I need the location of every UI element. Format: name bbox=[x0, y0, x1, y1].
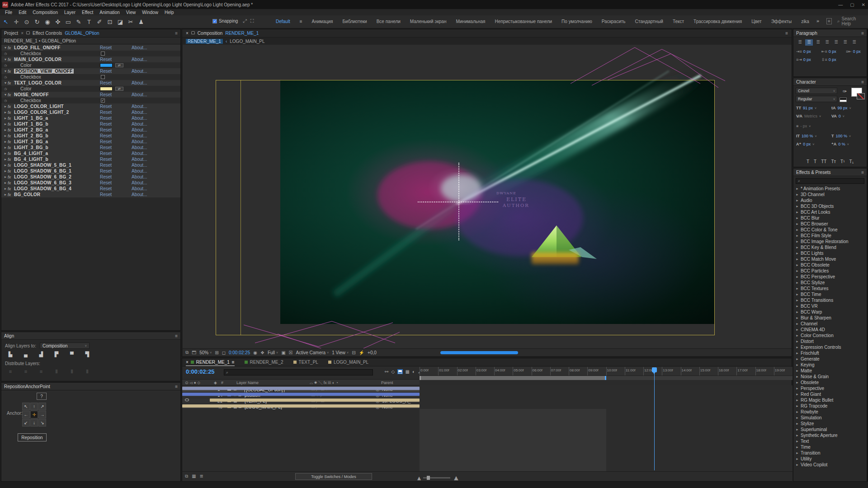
anchor-direction-button[interactable]: ↙ bbox=[22, 419, 30, 427]
tool-icon[interactable]: ⊙ bbox=[24, 19, 30, 25]
font-style-dropdown[interactable]: Regular˅ bbox=[796, 96, 837, 102]
expander-arrow-icon[interactable]: ► bbox=[796, 457, 799, 460]
workspace-tab[interactable]: ≡ bbox=[300, 19, 302, 24]
effect-name[interactable]: LOGO_SHADOW_6_BG_4 bbox=[14, 186, 71, 191]
expander-arrow-icon[interactable]: ► bbox=[796, 246, 799, 249]
indent-right-value[interactable]: 0 px bbox=[853, 49, 861, 54]
effect-name[interactable]: LOGO_COLOR_LIGHT_2 bbox=[14, 110, 69, 115]
timeline-search-input[interactable]: ⌕ bbox=[224, 369, 373, 375]
indent-left-value[interactable]: 0 px bbox=[803, 49, 811, 54]
expander-arrow-icon[interactable]: ► bbox=[796, 205, 799, 208]
effects-category-row[interactable]: ► 3D Channel bbox=[793, 192, 867, 197]
reset-link[interactable]: Reset bbox=[100, 180, 112, 185]
minimize-button[interactable]: — bbox=[838, 2, 843, 7]
about-link[interactable]: About... bbox=[132, 57, 147, 62]
color-swatch[interactable] bbox=[100, 63, 113, 67]
menu-item[interactable]: Layer bbox=[61, 10, 79, 15]
camera-dropdown[interactable]: Active Camera˅ bbox=[296, 350, 329, 355]
about-link[interactable]: About... bbox=[132, 45, 147, 50]
effects-category-row[interactable]: ► RG Magic Bullet bbox=[793, 397, 867, 403]
effects-category-row[interactable]: ► BCC Art Looks bbox=[793, 209, 867, 215]
reposition-button[interactable]: Reposition bbox=[18, 433, 47, 441]
effects-category-row[interactable]: ► BCC VR bbox=[793, 303, 867, 309]
expander-arrow-icon[interactable]: ► bbox=[796, 375, 799, 378]
menu-item[interactable]: Effect bbox=[79, 10, 96, 15]
expander-arrow-icon[interactable]: ► bbox=[796, 252, 799, 255]
effects-category-row[interactable]: ► BCC Transitions bbox=[793, 297, 867, 303]
effects-category-row[interactable]: ► Audio bbox=[793, 197, 867, 203]
effects-category-row[interactable]: ► Channel bbox=[793, 321, 867, 327]
expander-arrow-icon[interactable]: ► bbox=[796, 446, 799, 449]
workspace-tab[interactable]: Эффекты bbox=[771, 19, 792, 24]
expander-arrow-icon[interactable]: ► bbox=[796, 416, 799, 419]
effect-name[interactable]: LIGHT_2_BG_a bbox=[14, 127, 48, 132]
expander-arrow-icon[interactable]: ► bbox=[796, 263, 799, 267]
reset-link[interactable]: Reset bbox=[100, 104, 112, 109]
tool-icon[interactable]: ↻ bbox=[34, 19, 40, 25]
timeline-tab[interactable]: LOGO_MAIN_PL bbox=[328, 360, 368, 365]
timeline-tab[interactable]: TEXT_PL bbox=[293, 360, 318, 365]
first-line-indent-value[interactable]: 0 px bbox=[803, 57, 811, 62]
space-after-value[interactable]: 0 px bbox=[829, 57, 836, 62]
effects-category-row[interactable]: ► BCC Particles bbox=[793, 268, 867, 274]
expander-arrow-icon[interactable]: ► bbox=[796, 428, 799, 431]
timeline-view-toggle-icon[interactable]: ▦ bbox=[192, 474, 196, 479]
effects-category-row[interactable]: ► Frischluft bbox=[793, 350, 867, 356]
expander-arrow-icon[interactable]: ► bbox=[796, 299, 799, 302]
panel-menu-icon[interactable]: ≡ bbox=[175, 384, 178, 389]
toggle-switches-modes-button[interactable]: Toggle Switches / Modes bbox=[295, 473, 372, 480]
expander-arrow-icon[interactable]: ▼ bbox=[3, 46, 8, 49]
layer-row[interactable]: ► 14 ★ ⊞ position ⌓ ☀ ╱ ◎ None ˅ bbox=[182, 392, 420, 398]
effects-category-row[interactable]: ► BCC Blur bbox=[793, 215, 867, 221]
workspace-tab[interactable]: Минимальная bbox=[456, 19, 485, 24]
tab-effect-controls[interactable]: Effect Controls bbox=[33, 31, 62, 36]
effect-name[interactable]: LIGHT_2_BG_b bbox=[14, 133, 48, 138]
workspace-tab[interactable]: Все панели bbox=[377, 19, 401, 24]
effects-category-row[interactable]: ► CINEMA 4D bbox=[793, 327, 867, 333]
eyedropper-icon[interactable]: ✑ bbox=[843, 89, 847, 94]
text-align-button[interactable]: ☰ bbox=[823, 39, 831, 46]
expander-arrow-icon[interactable]: ► bbox=[3, 134, 8, 137]
tool-icon[interactable]: T bbox=[86, 19, 92, 25]
effects-category-row[interactable]: ► Expression Controls bbox=[793, 344, 867, 350]
effects-category-row[interactable]: ► BCC Stylize bbox=[793, 280, 867, 286]
playhead-line[interactable] bbox=[654, 368, 655, 470]
reset-link[interactable]: Reset bbox=[100, 80, 112, 85]
expander-arrow-icon[interactable]: ► bbox=[796, 316, 799, 319]
about-link[interactable]: About... bbox=[132, 116, 147, 121]
effect-name[interactable]: LIGHT_3_BG_b bbox=[14, 145, 48, 150]
anchor-direction-button[interactable]: ↓ bbox=[30, 419, 38, 427]
expander-arrow-icon[interactable]: ► bbox=[3, 128, 8, 131]
expander-arrow-icon[interactable]: ► bbox=[796, 322, 799, 325]
effect-controls-target[interactable]: GLOBAL_OPtion bbox=[65, 31, 99, 36]
tsume-value[interactable]: - px bbox=[800, 124, 807, 128]
expander-arrow-icon[interactable]: ► bbox=[3, 187, 8, 190]
effect-name[interactable]: BG_4_LIGHT_b bbox=[14, 157, 48, 162]
fast-previews-icon[interactable]: ⚡ bbox=[359, 350, 364, 355]
effects-category-row[interactable]: ► Utility bbox=[793, 456, 867, 462]
layer-duration-bar[interactable] bbox=[182, 393, 420, 396]
workspace-tab[interactable]: zika bbox=[801, 19, 809, 24]
text-align-button[interactable]: ☰ bbox=[850, 39, 858, 46]
tool-icon[interactable]: ♟ bbox=[138, 19, 144, 25]
work-area-track[interactable] bbox=[420, 376, 793, 380]
expander-arrow-icon[interactable]: ► bbox=[796, 399, 799, 402]
effects-category-row[interactable]: ► Simulation bbox=[793, 415, 867, 421]
tracking-value[interactable]: 0 bbox=[839, 114, 841, 118]
exposure-value[interactable]: +0,0 bbox=[368, 350, 377, 355]
timeline-tab[interactable]: RENDER_ME_2 bbox=[245, 360, 283, 365]
expander-arrow-icon[interactable]: ► bbox=[796, 258, 799, 261]
workspace-tab[interactable]: Библиотеки bbox=[342, 19, 367, 24]
text-align-button[interactable]: ☰ bbox=[832, 39, 840, 46]
expander-arrow-icon[interactable]: ► bbox=[796, 193, 799, 196]
expander-arrow-icon[interactable]: ► bbox=[3, 181, 8, 184]
composition-tab-name[interactable]: RENDER_ME_1 bbox=[225, 31, 259, 36]
panel-menu-icon[interactable]: ≡ bbox=[861, 170, 864, 175]
workspace-tab[interactable]: Трассировка движения bbox=[693, 19, 742, 24]
stopwatch-icon[interactable]: ◷ bbox=[3, 87, 8, 91]
effects-category-row[interactable]: ► Perspective bbox=[793, 385, 867, 391]
effects-category-row[interactable]: ► Generate bbox=[793, 356, 867, 362]
expander-arrow-icon[interactable]: ► bbox=[796, 434, 799, 437]
effect-name[interactable]: MAIN_LOGO_COLOR bbox=[14, 57, 61, 62]
tool-icon[interactable]: ◉ bbox=[44, 19, 51, 25]
